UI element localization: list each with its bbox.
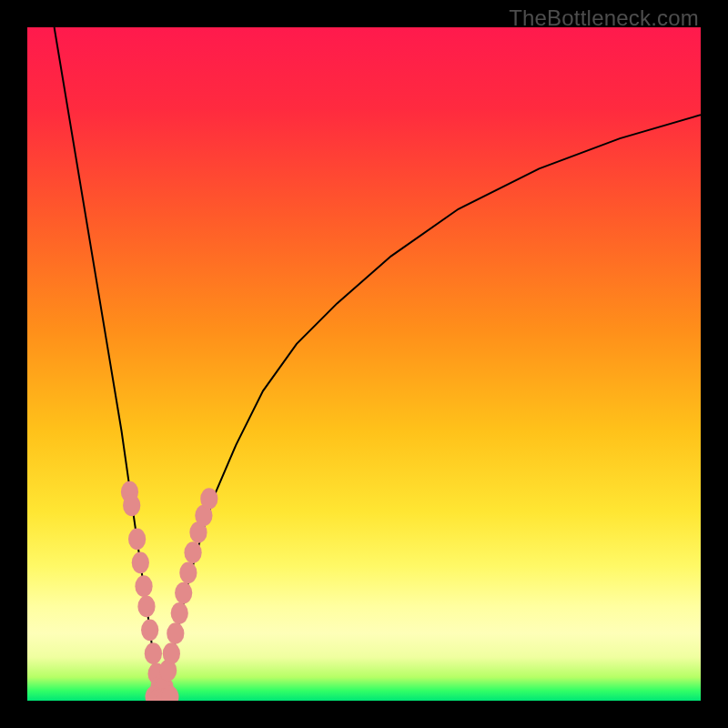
data-marker: [167, 622, 184, 644]
outer-frame: TheBottleneck.com: [0, 0, 728, 728]
data-marker: [141, 619, 158, 641]
watermark-text: TheBottleneck.com: [509, 5, 699, 31]
data-marker: [135, 575, 152, 597]
data-marker: [184, 541, 201, 563]
data-marker: [128, 529, 146, 551]
data-marker: [132, 551, 149, 573]
data-marker: [171, 602, 188, 624]
data-marker: [137, 596, 155, 618]
plot-area: [27, 27, 701, 701]
data-marker: [123, 495, 140, 517]
data-marker: [200, 488, 217, 510]
curve-right-branch: [162, 115, 701, 701]
data-marker: [145, 642, 162, 664]
data-marker: [175, 582, 192, 604]
data-marker: [163, 642, 180, 664]
data-marker: [179, 562, 197, 584]
chart-svg: [27, 27, 701, 701]
